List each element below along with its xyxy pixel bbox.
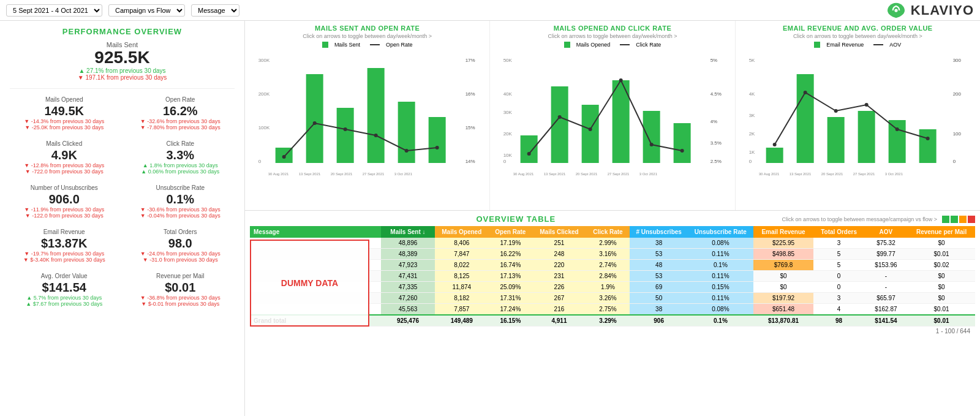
th-message: Message	[250, 226, 381, 238]
svg-point-0	[894, 9, 897, 12]
th-mails-clicked: Mails Clicked	[532, 226, 586, 238]
svg-point-20	[435, 146, 439, 149]
click-rate-cell: Click Rate 3.3% ▲ 1.8% from previous 30 …	[126, 138, 235, 177]
avg-order-c2: ▲ $7.67 from previous 30 days	[12, 301, 116, 307]
svg-text:1K: 1K	[748, 149, 755, 155]
table-cell: 47,335	[381, 282, 435, 293]
table-cell: 47,923	[381, 260, 435, 271]
svg-text:20 Sept 2021: 20 Sept 2021	[576, 172, 598, 176]
svg-point-75	[925, 137, 929, 140]
table-cell: 226	[532, 282, 586, 293]
table-cell: 8,022	[435, 260, 489, 271]
svg-text:2K: 2K	[748, 131, 755, 137]
chart-email-revenue: EMAIL REVENUE AND AVG. ORDER VALUE Click…	[736, 21, 980, 210]
rev-per-mail-label: Revenue per Mail	[129, 273, 233, 279]
svg-point-19	[405, 149, 409, 153]
click-rate-label: Click Rate	[129, 140, 233, 147]
table-cell: 2.74%	[586, 260, 630, 271]
chart3-legend1: Email Revenue	[826, 42, 864, 48]
chart3-legend-line2	[873, 44, 883, 45]
table-cell: 8,182	[435, 293, 489, 304]
table-footer-cell: $141.54	[864, 315, 908, 327]
total-orders-cell: Total Orders 98.0 ▼ -24.0% from previous…	[126, 226, 235, 265]
svg-rect-39	[582, 105, 599, 163]
table-cell: 0.11%	[688, 271, 753, 282]
table-cell: $0	[908, 282, 975, 293]
svg-rect-67	[858, 111, 875, 163]
svg-text:4%: 4%	[710, 119, 718, 124]
svg-point-74	[895, 127, 899, 131]
svg-text:30 Aug 2021: 30 Aug 2021	[268, 172, 289, 176]
charts-row: MAILS SENT AND OPEN RATE Click on arrows…	[245, 21, 980, 211]
table-cell: 53	[630, 271, 688, 282]
svg-text:5%: 5%	[710, 58, 718, 63]
svg-point-46	[619, 78, 623, 82]
avg-order-value: $141.54	[12, 281, 116, 295]
mails-opened-cell: Mails Opened 149.5K ▼ -14.3% from previo…	[10, 94, 119, 133]
toggle-btn-3[interactable]	[959, 216, 967, 223]
chart-mails-sent: MAILS SENT AND OPEN RATE Click on arrows…	[245, 21, 490, 210]
table-cell: $197.92	[753, 293, 814, 304]
table-cell: 50	[630, 293, 688, 304]
table-footer-cell: 98	[813, 315, 864, 327]
table-cell: 220	[532, 260, 586, 271]
svg-text:27 Sept 2021: 27 Sept 2021	[608, 172, 630, 176]
unsub-rate-label: Unsubscribe Rate	[129, 184, 233, 191]
unsub-rate-c2: ▼ -0.04% from previous 30 days	[129, 213, 233, 219]
toggle-btn-1[interactable]	[942, 216, 949, 223]
table-cell: 5	[813, 260, 864, 271]
table-cell: 2.75%	[586, 304, 630, 316]
num-unsubs-value: 906.0	[12, 192, 116, 206]
table-cell: $225.95	[753, 238, 814, 249]
table-cell: 267	[532, 293, 586, 304]
table-cell: -	[864, 282, 908, 293]
table-cell: 248	[532, 249, 586, 260]
svg-text:2.5%: 2.5%	[710, 159, 722, 164]
campaign-flow-select[interactable]: Campaign vs Flow	[108, 4, 185, 17]
svg-rect-14	[429, 117, 446, 163]
table-cell: 53	[630, 249, 688, 260]
chart1-legend-box1	[322, 42, 328, 48]
toggle-btn-2[interactable]	[951, 216, 958, 223]
svg-text:100K: 100K	[258, 125, 270, 130]
svg-text:5K: 5K	[748, 58, 755, 63]
num-unsubs-c2: ▼ -122.0 from previous 30 days	[12, 213, 116, 219]
table-cell: $65.97	[864, 293, 908, 304]
email-revenue-c2: ▼ $-3.40K from previous 30 days	[12, 257, 116, 263]
svg-point-18	[374, 134, 378, 137]
message-select[interactable]: Message	[191, 4, 239, 17]
table-footer-cell: 925,476	[381, 315, 435, 327]
click-rate-value: 3.3%	[129, 148, 233, 162]
table-cell: 16.74%	[489, 260, 532, 271]
table-cell: 48	[630, 260, 688, 271]
dummy-data-label: DUMMY DATA	[281, 278, 338, 288]
svg-text:4K: 4K	[748, 91, 755, 97]
table-cell: 4	[813, 304, 864, 316]
svg-rect-37	[521, 135, 538, 163]
unsub-rate-value: 0.1%	[129, 192, 233, 206]
chart1-title: MAILS SENT AND OPEN RATE	[250, 25, 484, 32]
mails-clicked-cell: Mails Clicked 4.9K ▼ -12.8% from previou…	[10, 138, 119, 177]
th-click-rate: Click Rate	[586, 226, 630, 238]
table-cell: $0	[908, 293, 975, 304]
num-unsubs-label: Number of Unsubscribes	[12, 184, 116, 191]
chart3-legend: Email Revenue AOV	[741, 42, 975, 48]
toggle-btn-4[interactable]	[968, 216, 975, 223]
table-section: OVERVIEW TABLE Click on arrows to toggle…	[245, 211, 980, 416]
svg-point-45	[589, 127, 592, 131]
table-cell: $162.87	[864, 304, 908, 316]
chart1-legend1: Mails Sent	[334, 42, 360, 48]
chart1-subtitle: Click on arrows to toggle between day/we…	[250, 33, 484, 39]
chart-mails-opened: MAILS OPENED AND CLICK RATE Click on arr…	[490, 21, 735, 210]
table-footer-cell: $13,870.81	[753, 315, 814, 327]
svg-text:14%: 14%	[466, 159, 475, 164]
date-range-select[interactable]: 5 Sept 2021 - 4 Oct 2021	[6, 4, 102, 17]
table-cell: 231	[532, 271, 586, 282]
rev-per-mail-value: $0.01	[129, 281, 233, 295]
th-mails-sent[interactable]: Mails Sent ↓	[381, 226, 435, 238]
main-content: PERFORMANCE OVERVIEW Mails Sent 925.5K 2…	[0, 21, 980, 416]
num-unsubs-cell: Number of Unsubscribes 906.0 ▼ -11.9% fr…	[10, 182, 119, 221]
svg-text:50K: 50K	[503, 58, 513, 63]
open-rate-c1: ▼ -32.6% from previous 30 days	[129, 118, 233, 124]
svg-rect-12	[368, 68, 385, 163]
